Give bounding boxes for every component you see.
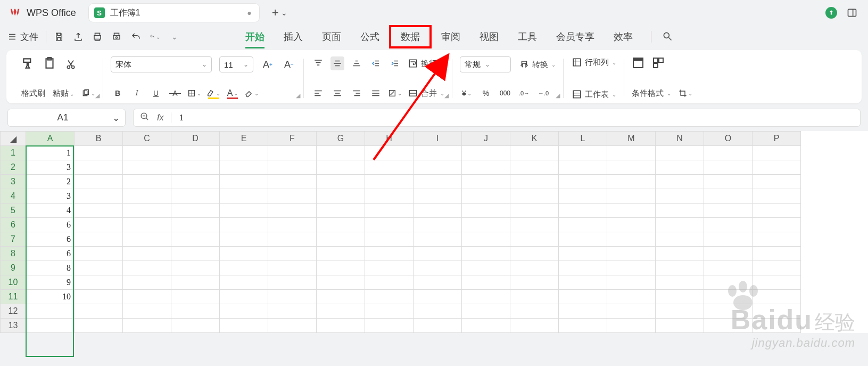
row-header[interactable]: 3 (1, 175, 26, 189)
cell[interactable] (75, 189, 123, 204)
cell[interactable] (753, 175, 801, 189)
fx-label[interactable]: fx (157, 113, 163, 123)
cell[interactable] (317, 247, 365, 261)
cell[interactable] (171, 146, 220, 160)
cell[interactable]: 10 (26, 290, 75, 304)
tab-会员专享[interactable]: 会员专享 (556, 27, 594, 46)
cell[interactable] (268, 275, 317, 290)
wrap-text-button[interactable]: 换行 (407, 58, 437, 69)
cell[interactable] (607, 218, 656, 232)
cell[interactable]: 3 (26, 189, 75, 204)
crop-icon[interactable]: ⌄ (679, 86, 692, 100)
tab-公式[interactable]: 公式 (360, 27, 379, 46)
cell[interactable] (462, 160, 510, 175)
cell[interactable] (753, 189, 801, 204)
cell[interactable] (704, 204, 753, 218)
font-color-icon[interactable]: A⌄ (226, 86, 239, 100)
decrease-indent-icon[interactable] (369, 56, 383, 70)
cell[interactable] (317, 319, 365, 333)
cell[interactable] (317, 218, 365, 232)
cell[interactable] (317, 204, 365, 218)
cell[interactable] (123, 204, 171, 218)
column-header[interactable]: B (75, 132, 123, 146)
tab-插入[interactable]: 插入 (284, 27, 303, 46)
cell[interactable] (414, 204, 462, 218)
cell[interactable] (656, 261, 704, 275)
row-header[interactable]: 11 (1, 290, 26, 304)
cell[interactable]: 6 (26, 247, 75, 261)
orientation-icon[interactable]: ⌄ (388, 86, 402, 100)
cell[interactable] (317, 232, 365, 247)
cell[interactable] (75, 290, 123, 304)
align-right-icon[interactable] (350, 86, 363, 100)
row-header[interactable]: 10 (1, 275, 26, 290)
cell[interactable] (75, 218, 123, 232)
name-box[interactable]: A1 ⌄ (7, 109, 126, 127)
cell[interactable] (753, 218, 801, 232)
cell[interactable] (510, 189, 559, 204)
cell[interactable] (26, 319, 75, 333)
table-style-button[interactable] (632, 56, 644, 71)
cell[interactable] (414, 247, 462, 261)
convert-button[interactable]: 转换⌄ (518, 59, 556, 70)
cell[interactable] (220, 146, 268, 160)
row-header[interactable]: 2 (1, 160, 26, 175)
cell[interactable] (607, 319, 656, 333)
cell[interactable] (607, 204, 656, 218)
cell[interactable] (462, 275, 510, 290)
cell[interactable] (607, 261, 656, 275)
cell[interactable] (317, 189, 365, 204)
cell[interactable] (171, 290, 220, 304)
tab-工具[interactable]: 工具 (518, 27, 537, 46)
cell[interactable] (171, 261, 220, 275)
row-header[interactable]: 9 (1, 261, 26, 275)
document-tab[interactable]: S 工作簿1 ● (89, 4, 259, 22)
more-icon[interactable]: ⌄ (169, 31, 179, 42)
cell[interactable] (268, 232, 317, 247)
cell[interactable] (268, 290, 317, 304)
cell[interactable] (462, 290, 510, 304)
group-launcher-icon[interactable]: ◢ (296, 92, 300, 99)
strikethrough-icon[interactable]: A (168, 86, 182, 100)
print-icon[interactable] (92, 31, 103, 42)
redo-icon[interactable]: ⌄ (150, 31, 160, 42)
column-header[interactable]: J (462, 132, 510, 146)
cell[interactable] (559, 160, 607, 175)
cell[interactable] (220, 261, 268, 275)
cell[interactable] (414, 146, 462, 160)
decrease-decimal-icon[interactable]: ←.0 (536, 86, 550, 100)
decrease-font-icon[interactable]: A− (282, 58, 296, 71)
underline-button[interactable]: U (149, 86, 163, 100)
cell[interactable] (704, 175, 753, 189)
tab-开始[interactable]: 开始 (245, 27, 264, 46)
cell[interactable] (220, 189, 268, 204)
align-center-icon[interactable] (330, 86, 344, 100)
cell[interactable] (414, 275, 462, 290)
cell[interactable] (123, 261, 171, 275)
cell[interactable] (656, 218, 704, 232)
row-header[interactable]: 7 (1, 232, 26, 247)
cell[interactable] (656, 146, 704, 160)
cell[interactable] (220, 275, 268, 290)
cell[interactable] (171, 175, 220, 189)
cell[interactable] (510, 319, 559, 333)
cell[interactable] (75, 175, 123, 189)
column-header[interactable]: N (656, 132, 704, 146)
cell[interactable] (510, 304, 559, 319)
column-header[interactable]: F (268, 132, 317, 146)
cell[interactable] (414, 232, 462, 247)
cell[interactable] (414, 160, 462, 175)
cell[interactable] (753, 247, 801, 261)
font-size-select[interactable]: 11 ⌄ (219, 56, 253, 72)
cell[interactable] (559, 247, 607, 261)
cell[interactable] (317, 275, 365, 290)
select-all-corner[interactable]: ◢ (1, 132, 26, 146)
cell[interactable] (75, 146, 123, 160)
cell[interactable] (510, 160, 559, 175)
cell[interactable] (317, 175, 365, 189)
cell-style-button[interactable] (652, 56, 665, 71)
cell[interactable] (123, 175, 171, 189)
tab-审阅[interactable]: 审阅 (441, 27, 460, 46)
cell[interactable] (462, 304, 510, 319)
number-format-select[interactable]: 常规 ⌄ (460, 56, 511, 72)
